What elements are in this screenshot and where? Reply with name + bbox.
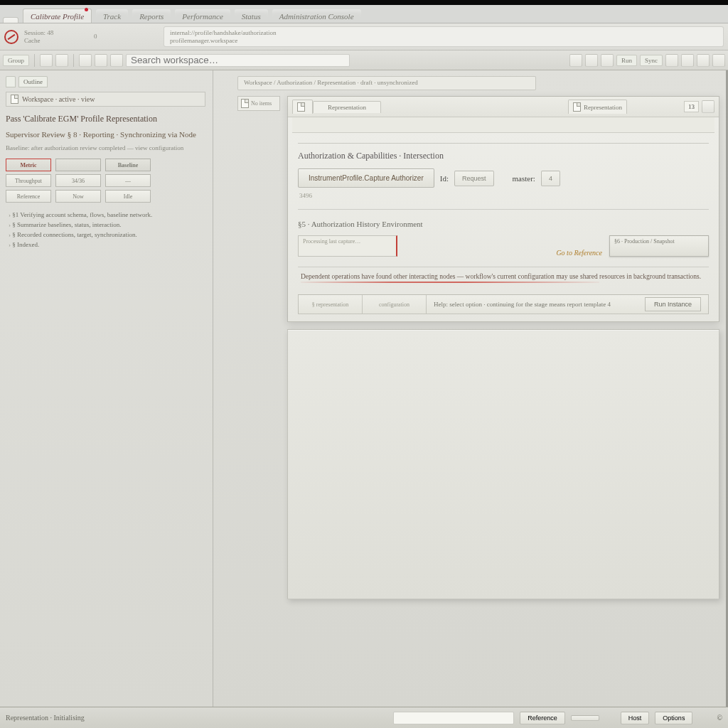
status-host-button[interactable]: Host xyxy=(621,712,650,724)
toolbar: Group Run Sync xyxy=(0,50,728,70)
sidebar-tabs: Outline xyxy=(6,76,205,87)
strip-cell[interactable]: configuration xyxy=(363,295,427,314)
session-meta-2: 0 xyxy=(94,33,158,41)
warning-underline xyxy=(301,282,599,283)
grid-cell[interactable]: — xyxy=(105,174,151,187)
document-icon xyxy=(573,102,581,112)
tab-blank[interactable] xyxy=(3,17,18,23)
toolbar-icon[interactable] xyxy=(40,54,53,67)
address-field[interactable]: internal://profile/handshake/authorizati… xyxy=(164,26,724,47)
divider xyxy=(298,143,709,144)
sidebar-subtitle: Supervisor Review § 8 · Reporting · Sync… xyxy=(6,130,205,139)
address-line: profilemanager.workspace xyxy=(170,37,717,44)
toolbar-sync-button[interactable]: Sync xyxy=(640,55,663,66)
toolbar-icon[interactable] xyxy=(79,54,92,67)
toolbar-search-input[interactable] xyxy=(126,54,350,67)
tab-label: Track xyxy=(103,12,121,21)
field-label: Id: xyxy=(440,174,449,183)
sidebar-strip-text: Workspace · active · view xyxy=(22,95,95,103)
main-split: Outline Workspace · active · view Pass '… xyxy=(0,70,728,707)
panel-menu-icon[interactable] xyxy=(702,100,714,113)
capture-authorizer-button[interactable]: InstrumentProfile.Capture Authorizer xyxy=(298,168,434,188)
separator xyxy=(34,54,35,67)
toolbar-icon[interactable] xyxy=(55,54,68,67)
run-instance-button[interactable]: Run Instance xyxy=(645,297,701,311)
toolbar-icon[interactable] xyxy=(585,54,598,67)
panel-tab-secondary[interactable]: Representation xyxy=(568,100,627,114)
tab-calibrate[interactable]: Calibrate Profile xyxy=(23,9,92,23)
rail-label: No items xyxy=(251,100,272,107)
list-item[interactable]: § Summarize baselines, status, interacti… xyxy=(9,221,205,228)
status-reference-button[interactable]: Reference xyxy=(520,712,565,724)
panel-tab-label: Representation xyxy=(584,104,622,111)
session-meta: Session: 48 Cache xyxy=(24,29,88,45)
toolbar-icon[interactable] xyxy=(681,54,694,67)
id-field-button[interactable]: Request xyxy=(454,171,494,186)
meta-line: Session: 48 xyxy=(24,29,88,37)
master-field-button[interactable]: 4 xyxy=(541,171,560,186)
status-text: Representation · Initialising xyxy=(6,714,85,722)
stop-icon[interactable] xyxy=(4,30,18,44)
list-item[interactable]: § Recorded connections, target, synchron… xyxy=(9,231,205,238)
help-strip: § representation configuration Help: sel… xyxy=(298,294,709,314)
section-title: §5 · Authorization History Environment xyxy=(298,220,709,228)
sidebar-tab[interactable] xyxy=(6,76,16,87)
strip-cell[interactable]: § representation xyxy=(299,295,363,314)
tab-label: Reports xyxy=(139,12,164,21)
production-snapshot-button[interactable]: §6 · Production / Snapshot xyxy=(609,235,709,257)
processing-box[interactable]: Processing last capture… xyxy=(298,235,397,257)
grid-cell[interactable]: Throughput xyxy=(6,174,51,187)
panel-tab-main[interactable]: Representation xyxy=(313,101,381,113)
status-button[interactable] xyxy=(571,715,599,721)
main-tabs: Calibrate Profile Track Reports Performa… xyxy=(0,5,728,23)
notification-dot-icon xyxy=(85,8,88,11)
main-panel: Representation Representation 13 Au xyxy=(287,96,719,322)
grid-cell[interactable]: Idle xyxy=(105,190,151,203)
grid-cell[interactable]: Now xyxy=(55,190,101,203)
status-options-button[interactable]: Options xyxy=(655,712,692,724)
corner-badge: © xyxy=(717,714,722,722)
grid-cell[interactable]: 34/36 xyxy=(55,174,101,187)
strip-message: Help: select option · continuing for the… xyxy=(427,301,642,308)
breadcrumb[interactable]: Workspace / Authorization / Representati… xyxy=(237,76,536,90)
grid-cell[interactable]: Baseline xyxy=(105,159,151,171)
grid-cell[interactable]: Reference xyxy=(6,190,51,203)
tab-reports[interactable]: Reports xyxy=(132,9,171,23)
grid-cell[interactable] xyxy=(55,159,101,171)
tab-status[interactable]: Status xyxy=(235,9,268,23)
separator xyxy=(73,54,74,67)
toolbar-icon[interactable] xyxy=(665,54,678,67)
output-panel[interactable] xyxy=(287,329,719,599)
list-item[interactable]: §1 Verifying account schema, flows, base… xyxy=(9,211,205,218)
toolbar-run-button[interactable]: Run xyxy=(616,55,637,66)
document-icon xyxy=(241,99,249,108)
sidebar: Outline Workspace · active · view Pass '… xyxy=(0,70,213,707)
tab-performance[interactable]: Performance xyxy=(175,9,230,23)
grid-cell[interactable]: Metric xyxy=(6,159,51,171)
toolbar-icon[interactable] xyxy=(110,54,123,67)
panel-count: 13 xyxy=(684,101,699,112)
toolbar-chip-group[interactable]: Group xyxy=(3,55,29,66)
toolbar-icon[interactable] xyxy=(601,54,614,67)
panel-tab-icon[interactable] xyxy=(292,100,313,114)
go-reference-link[interactable]: Go to Reference xyxy=(556,249,602,257)
list-item[interactable]: § Indexed. xyxy=(9,241,205,248)
tab-admin[interactable]: Administration Console xyxy=(272,9,361,23)
sidebar-title: Pass 'Calibrate EGM' Profile Representat… xyxy=(6,114,205,124)
status-field[interactable] xyxy=(393,712,514,724)
toolbar-icon[interactable] xyxy=(712,54,725,67)
sidebar-tab-outline[interactable]: Outline xyxy=(18,76,48,87)
sidebar-list: §1 Verifying account schema, flows, base… xyxy=(9,211,205,248)
panel-tabbar: Representation Representation 13 xyxy=(288,97,719,117)
rail-box[interactable]: No items xyxy=(237,96,280,111)
status-bar: Representation · Initialising Reference … xyxy=(0,707,728,728)
tab-track[interactable]: Track xyxy=(96,9,128,23)
warning-message: Dependent operations have found other in… xyxy=(298,267,709,286)
toolbar-icon[interactable] xyxy=(95,54,107,67)
tiny-caption: 3496 xyxy=(299,192,709,199)
toolbar-icon[interactable] xyxy=(697,54,710,67)
section-title: Authorization & Capabilities · Intersect… xyxy=(298,151,709,161)
metric-grid: Metric Baseline Throughput 34/36 — Refer… xyxy=(6,159,205,203)
left-rail: No items xyxy=(237,96,280,111)
toolbar-icon[interactable] xyxy=(569,54,582,67)
